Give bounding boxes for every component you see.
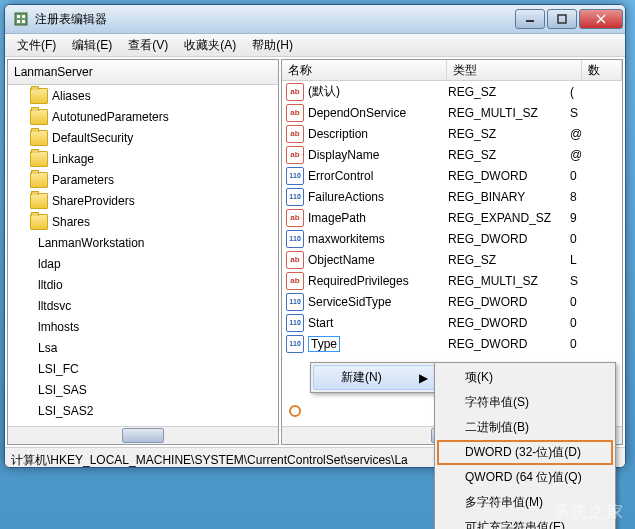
list-row[interactable]: ab(默认)REG_SZ( (282, 81, 622, 102)
folder-icon (30, 109, 48, 125)
ctx-submenu-item[interactable]: 可扩充字符串值(E) (437, 515, 613, 529)
binary-value-icon: 110 (286, 293, 304, 311)
value-name: ServiceSidType (308, 295, 448, 309)
tree-item-label: ShareProviders (52, 194, 135, 208)
list-row[interactable]: abDependOnServiceREG_MULTI_SZS (282, 102, 622, 123)
svg-rect-2 (22, 15, 25, 18)
folder-icon (30, 214, 48, 230)
value-name: DependOnService (308, 106, 448, 120)
tree-item-label: ldap (38, 257, 61, 271)
tree-item[interactable]: AutotunedParameters (8, 106, 278, 127)
svg-rect-3 (17, 20, 20, 23)
value-name: RequiredPrivileges (308, 274, 448, 288)
tree-item[interactable]: Parameters (8, 169, 278, 190)
svg-rect-4 (22, 20, 25, 23)
value-name: ImagePath (308, 211, 448, 225)
value-name: FailureActions (308, 190, 448, 204)
value-data: 8 (570, 190, 577, 204)
tree-item[interactable]: DefaultSecurity (8, 127, 278, 148)
context-menu-new: 新建(N) ▶ (310, 362, 438, 393)
value-data: @ (570, 148, 582, 162)
submenu-arrow-icon: ▶ (419, 371, 428, 385)
list-row[interactable]: 110ServiceSidTypeREG_DWORD0 (282, 291, 622, 312)
list-row[interactable]: abObjectNameREG_SZL (282, 249, 622, 270)
col-data[interactable]: 数 (582, 60, 622, 80)
col-name[interactable]: 名称 (282, 60, 447, 80)
tree-item[interactable]: lmhosts (8, 316, 278, 337)
menu-edit[interactable]: 编辑(E) (64, 35, 120, 56)
tree-item[interactable]: Aliases (8, 85, 278, 106)
folder-icon (30, 151, 48, 167)
value-data: 0 (570, 295, 577, 309)
menu-favorites[interactable]: 收藏夹(A) (176, 35, 244, 56)
tree-item[interactable]: LanmanWorkstation (8, 232, 278, 253)
string-value-icon: ab (286, 146, 304, 164)
ctx-submenu-item[interactable]: 多字符串值(M) (437, 490, 613, 515)
value-type: REG_DWORD (448, 316, 570, 330)
value-data: L (570, 253, 577, 267)
tree-item[interactable]: lltdio (8, 274, 278, 295)
list-row[interactable]: abRequiredPrivilegesREG_MULTI_SZS (282, 270, 622, 291)
tree-item-label: Parameters (52, 173, 114, 187)
tree-item[interactable]: Shares (8, 211, 278, 232)
value-name-edit[interactable]: Type (308, 336, 340, 352)
close-button[interactable] (579, 9, 623, 29)
tree-item-label: lltdio (38, 278, 63, 292)
ctx-submenu-item[interactable]: 项(K) (437, 365, 613, 390)
list-row[interactable]: abDescriptionREG_SZ@ (282, 123, 622, 144)
tree-item-label: lmhosts (38, 320, 79, 334)
value-name: Type (308, 336, 448, 352)
tree-column-header[interactable]: LanmanServer (8, 60, 278, 85)
value-type: REG_SZ (448, 253, 570, 267)
string-value-icon: ab (286, 209, 304, 227)
ctx-submenu-item[interactable]: QWORD (64 位)值(Q) (437, 465, 613, 490)
tree-hscrollbar[interactable] (8, 426, 278, 444)
value-type: REG_EXPAND_SZ (448, 211, 570, 225)
list-row[interactable]: abDisplayNameREG_SZ@ (282, 144, 622, 165)
tree-item-label: lltdsvc (38, 299, 71, 313)
binary-value-icon: 110 (286, 188, 304, 206)
maximize-button[interactable] (547, 9, 577, 29)
tree-item[interactable]: Linkage (8, 148, 278, 169)
value-name: ErrorControl (308, 169, 448, 183)
tree-item-label: DefaultSecurity (52, 131, 133, 145)
tree-item[interactable]: Lsa (8, 337, 278, 358)
new-value-marker-icon (288, 404, 302, 418)
col-type[interactable]: 类型 (447, 60, 582, 80)
app-icon (13, 11, 29, 27)
titlebar[interactable]: 注册表编辑器 (5, 5, 625, 34)
tree-item[interactable]: ldap (8, 253, 278, 274)
ctx-submenu-item[interactable]: 二进制值(B) (437, 415, 613, 440)
ctx-submenu-item[interactable]: DWORD (32-位)值(D) (437, 440, 613, 465)
list-row[interactable]: 110TypeREG_DWORD0 (282, 333, 622, 354)
ctx-new[interactable]: 新建(N) ▶ (313, 365, 435, 390)
value-data: @ (570, 127, 582, 141)
value-type: REG_SZ (448, 148, 570, 162)
menu-file[interactable]: 文件(F) (9, 35, 64, 56)
list-row[interactable]: abImagePathREG_EXPAND_SZ9 (282, 207, 622, 228)
folder-icon (30, 130, 48, 146)
value-type: REG_SZ (448, 127, 570, 141)
value-name: Start (308, 316, 448, 330)
tree-item[interactable]: LSI_SAS (8, 379, 278, 400)
value-data: ( (570, 85, 574, 99)
binary-value-icon: 110 (286, 167, 304, 185)
string-value-icon: ab (286, 83, 304, 101)
ctx-submenu-item[interactable]: 字符串值(S) (437, 390, 613, 415)
tree-item-label: LanmanWorkstation (38, 236, 145, 250)
list-row[interactable]: 110ErrorControlREG_DWORD0 (282, 165, 622, 186)
tree-panel: LanmanServer AliasesAutotunedParametersD… (7, 59, 279, 445)
menu-help[interactable]: 帮助(H) (244, 35, 301, 56)
tree-item[interactable]: LSI_SAS2 (8, 400, 278, 421)
list-row[interactable]: 110maxworkitemsREG_DWORD0 (282, 228, 622, 249)
value-type: REG_SZ (448, 85, 570, 99)
menu-view[interactable]: 查看(V) (120, 35, 176, 56)
tree-item[interactable]: lltdsvc (8, 295, 278, 316)
binary-value-icon: 110 (286, 335, 304, 353)
list-row[interactable]: 110StartREG_DWORD0 (282, 312, 622, 333)
value-name: maxworkitems (308, 232, 448, 246)
minimize-button[interactable] (515, 9, 545, 29)
list-row[interactable]: 110FailureActionsREG_BINARY8 (282, 186, 622, 207)
tree-item[interactable]: ShareProviders (8, 190, 278, 211)
tree-item[interactable]: LSI_FC (8, 358, 278, 379)
